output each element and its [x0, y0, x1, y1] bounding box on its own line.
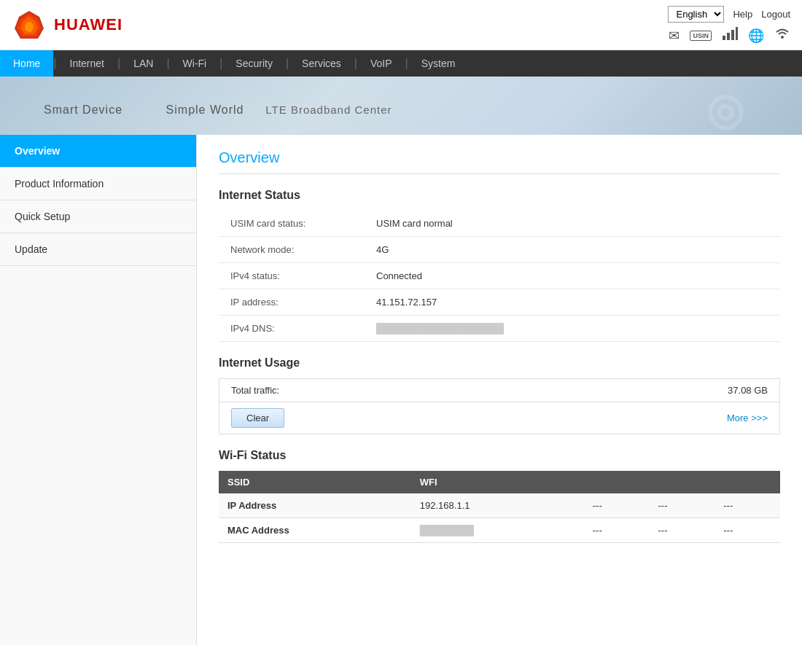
mail-icon[interactable]: ✉ [669, 28, 680, 44]
svg-point-3 [25, 22, 34, 32]
nav-item-home[interactable]: Home [0, 50, 53, 77]
total-traffic-label: Total traffic: [231, 385, 279, 396]
ipv4-dns-value: ███████████████████ [365, 316, 780, 342]
wifi-col-header-3 [649, 471, 715, 493]
wifi-col-header-2 [584, 471, 650, 493]
svg-rect-4 [723, 36, 725, 40]
huawei-logo-icon [12, 9, 47, 40]
sidebar-item-quick-setup[interactable]: Quick Setup [0, 200, 196, 233]
nav-item-lan[interactable]: LAN [120, 50, 166, 77]
language-select[interactable]: English [668, 6, 724, 23]
wifi-ip-val4: --- [715, 493, 780, 518]
logo-text: HUAWEI [54, 15, 122, 34]
wifi-col-header-1: WFI [411, 471, 584, 493]
internet-status-table: USIM card status: USIM card normal Netwo… [219, 211, 780, 342]
help-link[interactable]: Help [733, 9, 752, 20]
wifi-col-header-0: SSID [219, 471, 411, 493]
header-icons: ✉ USIN 🌐 [669, 27, 790, 44]
sidebar: Overview Product Information Quick Setup… [0, 135, 197, 645]
usage-actions: Clear More >>> [219, 402, 779, 434]
nav-item-voip[interactable]: VoIP [357, 50, 405, 77]
nav-item-services[interactable]: Services [289, 50, 354, 77]
table-row: USIM card status: USIM card normal [219, 211, 780, 237]
more-link[interactable]: More >>> [727, 413, 768, 423]
wifi-router-icon [774, 27, 790, 44]
sidebar-item-overview[interactable]: Overview [0, 135, 196, 168]
svg-point-8 [781, 36, 784, 39]
total-traffic-row: Total traffic: 37.08 GB [219, 379, 779, 402]
wifi-mac-val2: --- [584, 518, 650, 543]
wifi-mac-label: MAC Address [219, 518, 411, 543]
wifi-mac-val3: --- [649, 518, 715, 543]
table-row: IPv4 status: Connected [219, 263, 780, 289]
internet-status-title: Internet Status [219, 189, 780, 202]
dns-blurred-value: ███████████████████ [376, 323, 504, 334]
banner-part1: Smart Device [44, 103, 122, 116]
wifi-ip-val2: --- [584, 493, 650, 518]
sidebar-item-product-information[interactable]: Product Information [0, 168, 196, 200]
clear-button[interactable]: Clear [231, 408, 284, 428]
wifi-ip-val1: 192.168.1.1 [411, 493, 584, 518]
network-mode-value: 4G [365, 237, 780, 263]
banner-part2: Simple World [166, 103, 244, 116]
usim-status-label: USIM card status: [219, 211, 365, 237]
logout-link[interactable]: Logout [761, 9, 790, 20]
wifi-ip-val3: --- [649, 493, 715, 518]
network-mode-label: Network mode: [219, 237, 365, 263]
svg-rect-7 [736, 27, 738, 40]
ip-address-label: IP address: [219, 289, 365, 316]
table-row: IP address: 41.151.72.157 [219, 289, 780, 316]
nav-item-internet[interactable]: Internet [57, 50, 117, 77]
table-row: IPv4 DNS: ███████████████████ [219, 316, 780, 342]
wifi-status-table: SSID WFI IP Address 192.168.1.1 --- --- … [219, 471, 780, 543]
nav-item-system[interactable]: System [408, 50, 469, 77]
wifi-status-title: Wi-Fi Status [219, 449, 780, 462]
ipv4-dns-label: IPv4 DNS: [219, 316, 365, 342]
banner-subtitle: LTE Broadband Center [265, 103, 392, 116]
wifi-mac-val4: --- [715, 518, 780, 543]
table-row: MAC Address ████████ --- --- --- [219, 518, 780, 543]
total-traffic-value: 37.08 GB [728, 385, 768, 396]
svg-rect-6 [731, 30, 734, 40]
usim-status-value: USIM card normal [365, 211, 780, 237]
wifi-ip-label: IP Address [219, 493, 411, 518]
table-row: IP Address 192.168.1.1 --- --- --- [219, 493, 780, 518]
banner-watermark: ◎ [706, 84, 744, 135]
globe-icon: 🌐 [748, 28, 764, 44]
sidebar-item-update[interactable]: Update [0, 233, 196, 266]
nav-item-wifi[interactable]: Wi-Fi [170, 50, 220, 77]
wifi-mac-val1: ████████ [411, 518, 584, 543]
wifi-col-header-4 [715, 471, 780, 493]
logo-area: HUAWEI [12, 9, 122, 40]
header: HUAWEI English Help Logout ✉ USIN 🌐 [0, 0, 802, 50]
main-layout: Overview Product Information Quick Setup… [0, 135, 802, 645]
banner-text: Smart Device Simple World LTE Broadband … [29, 93, 392, 120]
nav-item-security[interactable]: Security [222, 50, 286, 77]
signal-bars-icon [722, 27, 738, 44]
usim-icon: USIN [690, 31, 712, 41]
internet-usage-box: Total traffic: 37.08 GB Clear More >>> [219, 378, 780, 434]
banner: Smart Device Simple World LTE Broadband … [0, 77, 802, 135]
page-title: Overview [219, 149, 780, 174]
ip-address-value: 41.151.72.157 [365, 289, 780, 316]
ipv4-status-value: Connected [365, 263, 780, 289]
svg-rect-5 [727, 33, 730, 40]
ipv4-status-label: IPv4 status: [219, 263, 365, 289]
header-controls: English Help Logout [668, 6, 790, 23]
main-content: Overview Internet Status USIM card statu… [197, 135, 802, 645]
internet-usage-title: Internet Usage [219, 356, 780, 370]
wifi-table-header-row: SSID WFI [219, 471, 780, 493]
table-row: Network mode: 4G [219, 237, 780, 263]
header-right: English Help Logout ✉ USIN 🌐 [668, 6, 790, 44]
main-navigation: Home | Internet | LAN | Wi-Fi | Security… [0, 50, 802, 77]
